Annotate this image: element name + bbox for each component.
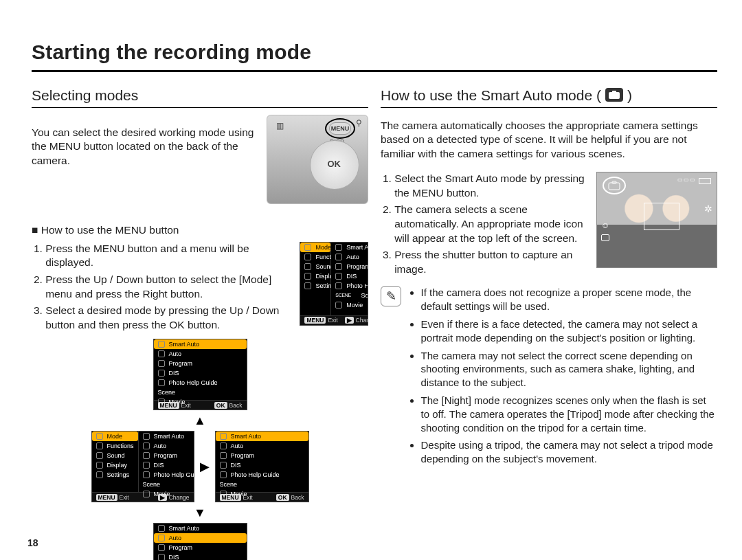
- section-heading-text: How to use the Smart Auto mode (: [381, 86, 601, 105]
- arrow-right-icon: ▶: [200, 460, 210, 473]
- notes-callout: ✎ If the camera does not recognize a pro…: [381, 286, 717, 470]
- note-item: Even if there is a face detected, the ca…: [421, 317, 718, 345]
- step-item: Press the shutter button to capture an i…: [394, 248, 585, 276]
- display-icon: [304, 273, 311, 280]
- smart-auto-steps-row: Select the Smart Auto mode by pressing t…: [381, 172, 717, 279]
- menu-left-item: Settings: [300, 281, 330, 291]
- menu-steps-list: Press the MENU button and a menu will be…: [32, 242, 289, 335]
- arrow-up-icon: ▲: [194, 414, 206, 427]
- note-item: Despite using a tripod, the camera may n…: [421, 438, 718, 466]
- camera-back-illustration: ▥ ⚲ MENU DISP OK: [267, 115, 368, 204]
- right-column: How to use the Smart Auto mode ( ) The c…: [381, 82, 717, 560]
- menu-right-item: Movie: [331, 300, 368, 310]
- smart-auto-intro: The camera automatically chooses the app…: [381, 119, 717, 161]
- face-detect-icon: ☺: [601, 221, 609, 232]
- lcd-main-menu-small: Mode Functions Sound Display Settings Sm…: [91, 431, 194, 502]
- step-item: Select a desired mode by pressing the Up…: [45, 304, 289, 332]
- smart-auto-highlight-ring: [603, 177, 626, 194]
- arrow-down-icon: ▼: [194, 506, 206, 519]
- menu-flow-cluster: Smart Auto Auto Program DIS Photo Help G…: [32, 339, 368, 560]
- snowflake-icon: ✲: [704, 203, 712, 215]
- functions-icon: [304, 254, 311, 260]
- resolution-overlay-icon: ▭▭▭: [677, 177, 696, 184]
- lcd-mode-list-smartauto-2: Smart Auto Auto Program DIS Photo Help G…: [215, 431, 309, 502]
- two-column-layout: Selecting modes You can select the desir…: [32, 82, 717, 560]
- program-icon: [335, 263, 342, 270]
- camera-icon: [304, 244, 311, 251]
- how-to-heading-text: How to use the MENU button: [41, 224, 179, 236]
- gear-icon: [304, 282, 311, 289]
- svg-rect-1: [612, 91, 616, 93]
- sample-photo-smart-auto: ▭▭▭ ✲ ☺: [596, 172, 717, 268]
- menu-right-item: DIS: [331, 271, 368, 281]
- focus-frame-icon: [644, 203, 679, 230]
- speaker-icon: ▥: [276, 121, 284, 132]
- menu-left-item: Functions: [300, 252, 330, 262]
- menu-button: MENU: [329, 122, 351, 135]
- menu-right-item: SCENE Scene: [331, 291, 368, 300]
- battery-icon: [699, 178, 711, 184]
- step-item: Press the MENU button and a menu will be…: [45, 242, 289, 270]
- intro-row: You can select the desired working mode …: [32, 115, 368, 204]
- note-item: If the camera does not recognize a prope…: [421, 286, 718, 313]
- section-heading-text: Selecting modes: [32, 86, 138, 105]
- help-icon: [335, 282, 342, 289]
- ok-button-label: OK: [328, 159, 341, 169]
- frame-icon: [601, 234, 609, 241]
- menu-left-item: Sound: [300, 262, 330, 271]
- step-item: Press the Up / Down button to select the…: [45, 273, 289, 301]
- svg-rect-0: [609, 92, 620, 99]
- note-item: The camera may not select the correct sc…: [421, 349, 718, 390]
- lcd-menu-main: Mode Functions Sound Display Settings Sm…: [300, 242, 368, 326]
- smart-auto-icon: [335, 244, 342, 251]
- bullet-square-icon: ■: [32, 224, 38, 236]
- lcd-mode-list-auto: Smart Auto Auto Program DIS Photo Help G…: [153, 523, 247, 560]
- menu-flow-row: Mode Functions Sound Display Settings Sm…: [91, 431, 309, 502]
- auto-icon: [335, 254, 342, 260]
- step-item: Select the Smart Auto mode by pressing t…: [394, 172, 585, 200]
- step-item: The camera selects a scene automatically…: [394, 203, 585, 245]
- intro-paragraph: You can select the desired working mode …: [32, 126, 256, 168]
- menu-right-item: Photo Help Guide: [331, 281, 368, 291]
- how-to-heading: ■ How to use the MENU button: [32, 223, 368, 237]
- menu-right-item: Smart Auto: [331, 243, 368, 252]
- pencil-icon: ✎: [386, 289, 396, 305]
- page-number: 18: [27, 537, 38, 549]
- lcd-mode-list-smartauto: Smart Auto Auto Program DIS Photo Help G…: [153, 339, 247, 410]
- manual-page: Starting the recording mode Selecting mo…: [0, 0, 742, 560]
- dis-icon: [335, 273, 342, 280]
- notes-list: If the camera does not recognize a prope…: [409, 286, 717, 470]
- sound-icon: [304, 263, 311, 270]
- left-column: Selecting modes You can select the desir…: [32, 82, 368, 560]
- menu-left-item: Display: [300, 271, 330, 281]
- magnify-icon: ⚲: [356, 118, 362, 129]
- paren-close: ): [627, 86, 632, 105]
- note-item: The [Night] mode recognizes scenes only …: [421, 394, 718, 434]
- smart-auto-mode-icon: [605, 88, 623, 102]
- page-title: Starting the recording mode: [32, 38, 717, 72]
- movie-icon: [335, 302, 342, 309]
- menu-right-item: Program: [331, 262, 368, 271]
- steps-row: Press the MENU button and a menu will be…: [32, 242, 368, 335]
- menu-right-item: Auto: [331, 252, 368, 262]
- section-heading-selecting-modes: Selecting modes: [32, 86, 368, 109]
- menu-left-item: Mode: [300, 243, 330, 252]
- note-icon: ✎: [381, 286, 401, 306]
- section-heading-smart-auto: How to use the Smart Auto mode ( ): [381, 86, 717, 109]
- lcd-bottom-bar: MENUExit ▶Change: [300, 315, 368, 325]
- smart-auto-steps: Select the Smart Auto mode by pressing t…: [381, 172, 585, 279]
